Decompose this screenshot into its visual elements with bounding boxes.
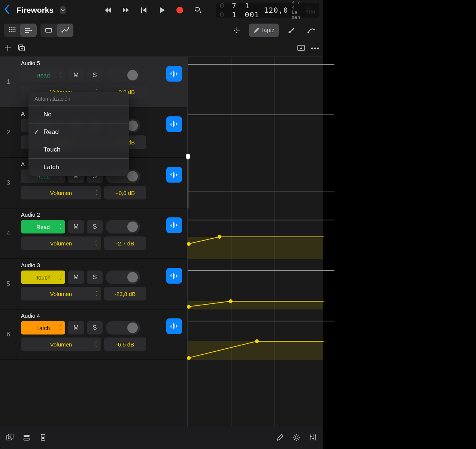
audio-waveform-icon[interactable]	[166, 217, 182, 233]
solo-button[interactable]: S	[87, 68, 103, 82]
automation-point[interactable]	[187, 242, 191, 246]
audio-waveform-icon[interactable]	[166, 268, 182, 284]
track-row[interactable]: 4 Audio 2 Read M S Volumen -2,7 dB	[0, 208, 187, 259]
automation-parameter-button[interactable]: Volumen	[21, 236, 101, 250]
svg-point-44	[310, 436, 312, 437]
brush-tool-button[interactable]	[283, 24, 299, 37]
curve-tool-button[interactable]	[303, 24, 319, 37]
track-name[interactable]: Audio 3	[21, 262, 184, 268]
automation-parameter-button[interactable]: Volumen	[21, 337, 101, 351]
automation-lane[interactable]	[188, 208, 323, 259]
automation-lane[interactable]	[188, 107, 323, 158]
automation-parameter-button[interactable]: Volumen	[21, 287, 101, 300]
svg-line-39	[294, 439, 295, 440]
faders-button[interactable]	[309, 433, 317, 443]
record-button[interactable]	[172, 4, 188, 16]
plugin-button[interactable]	[39, 433, 47, 443]
pencil-tool-button[interactable]: lápiz	[249, 24, 279, 37]
track-row[interactable]: 5 Audio 3 Touch M S Volumen -23,8 dB	[0, 259, 187, 309]
automation-lane[interactable]	[188, 158, 323, 208]
play-button[interactable]	[154, 4, 170, 16]
move-tool-button[interactable]	[228, 24, 245, 37]
automation-mode-button[interactable]: Touch	[21, 271, 65, 284]
automation-point[interactable]	[187, 356, 191, 360]
lcd-beat: 1 001	[245, 1, 260, 19]
track-name[interactable]: Audio 5	[21, 60, 184, 66]
audio-waveform-icon[interactable]	[166, 318, 182, 334]
track-row[interactable]: 6 Audio 4 Latch M S Volumen -6,5 dB	[0, 309, 187, 360]
track-number: 5	[0, 259, 17, 309]
automation-value-button[interactable]: -6,5 dB	[104, 337, 146, 351]
svg-point-3	[13, 27, 14, 28]
automation-lane[interactable]	[188, 309, 323, 360]
forward-button[interactable]	[118, 4, 134, 16]
mute-button[interactable]: M	[68, 220, 84, 233]
track-number: 4	[0, 208, 17, 259]
library-button[interactable]	[6, 433, 14, 443]
automation-curve[interactable]	[188, 259, 324, 309]
automation-value-button[interactable]: -23,8 dB	[104, 287, 146, 300]
automation-point[interactable]	[255, 339, 259, 343]
track-number: 3	[0, 158, 17, 208]
mixer-button[interactable]	[22, 433, 31, 443]
svg-line-38	[298, 439, 299, 440]
pan-knob[interactable]	[106, 321, 140, 335]
automation-value-button[interactable]: -2,7 dB	[104, 236, 146, 250]
solo-button[interactable]: S	[87, 220, 103, 233]
popup-item-touch[interactable]: Touch	[28, 141, 129, 158]
svg-point-2	[11, 27, 12, 28]
lcd-key: La men	[292, 10, 302, 20]
svg-point-22	[313, 29, 315, 30]
go-to-start-button[interactable]	[136, 4, 152, 16]
automation-value-button[interactable]: +0,0 dB	[104, 186, 146, 199]
rewind-button[interactable]	[100, 4, 116, 16]
cycle-button[interactable]	[190, 4, 206, 16]
song-title: Fireworks	[16, 6, 54, 15]
edit-button[interactable]	[276, 433, 284, 443]
svg-point-8	[15, 29, 16, 30]
song-menu-button[interactable]	[60, 6, 66, 14]
playhead[interactable]	[188, 158, 188, 208]
automation-lane[interactable]	[188, 57, 323, 107]
timeline[interactable]	[187, 57, 323, 427]
popup-item-read[interactable]: Read	[28, 123, 129, 141]
region-view-button[interactable]	[40, 24, 57, 37]
add-track-button[interactable]	[4, 44, 12, 54]
automation-mode-button[interactable]: Latch	[21, 321, 65, 335]
automation-mode-button[interactable]: Read	[21, 220, 65, 233]
automation-parameter-button[interactable]: Volumen	[21, 186, 101, 199]
pan-knob[interactable]	[106, 220, 140, 233]
automation-curve[interactable]	[188, 208, 324, 259]
automation-point[interactable]	[187, 305, 191, 309]
audio-waveform-icon[interactable]	[166, 167, 182, 183]
pan-knob[interactable]	[106, 271, 140, 284]
grid-view-button[interactable]	[4, 24, 20, 37]
solo-button[interactable]: S	[87, 321, 103, 335]
popup-item-latch[interactable]: Latch	[28, 158, 129, 176]
settings-icon[interactable]	[292, 433, 301, 443]
mute-button[interactable]: M	[68, 321, 84, 335]
svg-point-11	[13, 31, 14, 32]
back-button[interactable]	[4, 4, 10, 16]
audio-waveform-icon[interactable]	[166, 66, 182, 82]
automation-view-button[interactable]	[57, 24, 73, 37]
more-button[interactable]	[310, 48, 319, 49]
solo-button[interactable]: S	[87, 271, 103, 284]
automation-point[interactable]	[229, 299, 233, 303]
lcd-display[interactable]: 0 0 7 1 1 001 120,0 4 / 4 La men In MIDI	[216, 3, 319, 18]
pan-knob[interactable]	[106, 68, 140, 82]
automation-point[interactable]	[218, 235, 221, 239]
track-name[interactable]: Audio 4	[21, 312, 184, 319]
duplicate-track-button[interactable]	[17, 44, 25, 54]
audio-waveform-icon[interactable]	[166, 116, 182, 132]
bounce-button[interactable]	[297, 44, 305, 54]
popup-item-no[interactable]: No	[28, 106, 129, 123]
automation-mode-button[interactable]: Read	[21, 68, 65, 82]
mute-button[interactable]: M	[68, 271, 84, 284]
mute-button[interactable]: M	[68, 68, 84, 82]
automation-curve[interactable]	[188, 309, 324, 360]
automation-lane[interactable]	[188, 259, 323, 309]
svg-point-7	[13, 29, 14, 30]
track-name[interactable]: Audio 2	[21, 211, 184, 218]
tracks-view-button[interactable]	[20, 24, 37, 37]
